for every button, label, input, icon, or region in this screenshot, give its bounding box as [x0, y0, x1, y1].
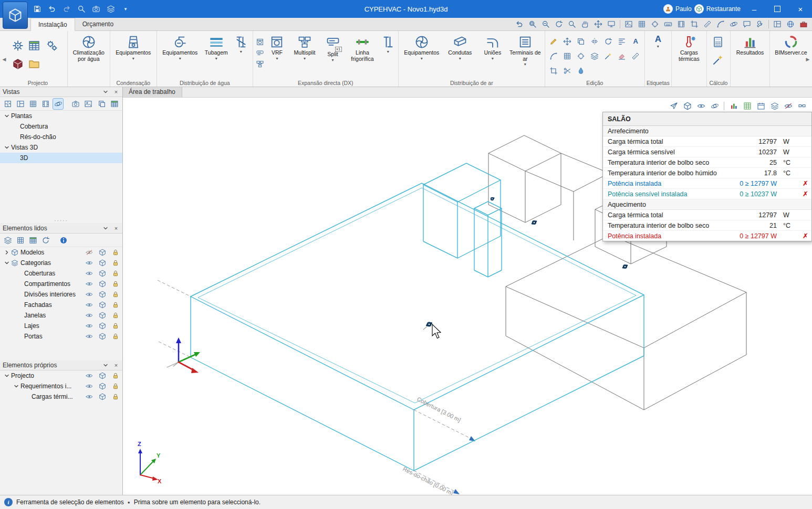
lock-toggle-icon[interactable] [112, 249, 119, 256]
edit-pencil-icon[interactable] [549, 37, 558, 46]
frame-icon[interactable] [622, 18, 635, 30]
expander-icon[interactable] [3, 260, 10, 266]
visibility-toggle-icon[interactable] [86, 301, 93, 309]
tree-item-janelas[interactable]: Janelas [0, 310, 122, 321]
previous-view-tab-icon[interactable] [96, 98, 108, 110]
panel-splitter[interactable]: ····· [0, 218, 122, 223]
isolate-toggle-icon[interactable] [99, 270, 106, 277]
linha-frigorifica-button[interactable]: Linha frigorífica [345, 32, 380, 62]
pan-icon[interactable] [579, 18, 591, 30]
animation-icon[interactable] [675, 18, 688, 30]
zoom-out-icon[interactable] [539, 18, 552, 30]
orbit-3d-icon[interactable] [709, 100, 721, 112]
undo-button[interactable] [45, 2, 59, 16]
align-icon[interactable] [617, 37, 627, 46]
collapse-ribbon-left[interactable]: ◀ [1, 54, 8, 65]
isolate-toggle-icon[interactable] [99, 249, 106, 256]
close-panel-icon[interactable]: × [112, 225, 120, 232]
general-settings-button[interactable] [11, 39, 25, 52]
lock-toggle-icon[interactable] [112, 372, 119, 379]
isolate-toggle-icon[interactable] [99, 333, 106, 340]
lock-toggle-icon[interactable] [112, 301, 119, 309]
expander-icon[interactable] [3, 249, 10, 256]
vrf-button[interactable]: VRF ▾ [266, 32, 288, 61]
trim-icon[interactable] [549, 66, 558, 76]
visibility-toggle-icon[interactable] [86, 280, 93, 288]
layers-view-icon[interactable] [768, 100, 780, 112]
isolamento-button[interactable]: ▾ [380, 32, 396, 54]
comment-icon[interactable] [741, 18, 753, 30]
collapse-panel-icon[interactable] [102, 362, 109, 369]
terminais-de-ar-button[interactable]: Terminais de ar ▾ [508, 32, 543, 67]
stereo-3d-icon[interactable] [796, 100, 808, 112]
current-3d-view-icon[interactable] [53, 98, 64, 110]
app-menu-button[interactable] [3, 2, 28, 29]
ar-equipamentos-button[interactable]: Equipamentos ▾ [401, 32, 443, 61]
zoom-window-icon[interactable] [526, 18, 539, 30]
snapshot-icon[interactable] [82, 98, 94, 110]
group-by-level-icon[interactable] [27, 235, 39, 246]
zoom-button[interactable] [75, 2, 88, 16]
tree-item-divisoes-interiores[interactable]: Divisões interiores [0, 289, 122, 300]
visibility-toggle-icon[interactable] [86, 322, 93, 330]
options-button[interactable] [45, 39, 59, 52]
camera-view-icon[interactable] [70, 98, 81, 110]
next-view-tab-icon[interactable] [109, 98, 120, 110]
previous-view-icon[interactable] [513, 18, 526, 30]
lock-toggle-icon[interactable] [112, 270, 119, 277]
group-elements-icon[interactable] [590, 51, 599, 61]
views-manager-icon[interactable] [755, 100, 767, 112]
duplicate-view-icon[interactable] [15, 98, 26, 110]
close-panel-icon[interactable]: × [112, 362, 120, 369]
tree-item-cargas-termicas[interactable]: Cargas térmi... [0, 391, 122, 402]
distribuidor-icon[interactable] [255, 59, 265, 69]
rotate-icon[interactable] [603, 37, 613, 46]
visibility-toggle-icon[interactable] [86, 259, 93, 267]
tab-orcamento[interactable]: Orçamento [75, 18, 121, 30]
tree-item-fachadas[interactable]: Fachadas [0, 300, 122, 310]
split-button[interactable]: x1 Split ▾ [321, 32, 345, 62]
group-by-model-icon[interactable] [2, 235, 14, 246]
tree-item-categorias[interactable]: Categorias [0, 258, 122, 268]
etiquetas-button[interactable]: A ▾ [647, 32, 669, 49]
visibility-toggle-icon[interactable] [86, 383, 93, 390]
project-name[interactable]: Restaurante [706, 5, 741, 13]
edit-text-icon[interactable]: A [633, 36, 639, 47]
coordinates-icon[interactable] [576, 51, 586, 61]
agua-equipamentos-button[interactable]: Equipamentos ▾ [159, 32, 201, 61]
lock-toggle-icon[interactable] [112, 333, 119, 340]
isolate-toggle-icon[interactable] [99, 259, 106, 267]
offset-icon[interactable] [549, 51, 558, 61]
visibility-toggle-icon[interactable] [86, 249, 93, 256]
customize-toolbar-caret[interactable]: ▾ [119, 2, 132, 16]
isolate-toggle-icon[interactable] [99, 383, 106, 390]
tab-instalacao[interactable]: Instalação [30, 18, 75, 31]
full-screen-icon[interactable] [605, 18, 618, 30]
layers-button[interactable] [104, 2, 118, 16]
lock-toggle-icon[interactable] [112, 383, 119, 390]
visibility-options-icon[interactable] [695, 100, 707, 112]
visibility-toggle-icon[interactable] [86, 333, 93, 340]
tree-item-requerimentos[interactable]: Requerimentos i... [0, 381, 122, 391]
user-avatar-icon[interactable] [663, 4, 673, 14]
bimserver-button[interactable]: BIMserver.ce [772, 32, 810, 57]
expander-icon[interactable] [3, 373, 10, 379]
group-by-category-icon[interactable] [15, 235, 26, 246]
tree-item-portas[interactable]: Portas [0, 331, 122, 342]
collapse-panel-icon[interactable] [102, 225, 109, 232]
climatizacao-por-agua-button[interactable]: Climatização por água [70, 32, 108, 62]
new-elevation-view-icon[interactable] [40, 98, 51, 110]
redo-button[interactable] [60, 2, 74, 16]
snap-icon[interactable] [649, 18, 661, 30]
lock-toggle-icon[interactable] [112, 312, 119, 319]
zoom-extents-icon[interactable] [566, 18, 578, 30]
maximize-button[interactable] [766, 0, 789, 18]
isolate-toggle-icon[interactable] [99, 291, 106, 298]
tree-item-projecto[interactable]: Projecto [0, 370, 122, 381]
colectores-button[interactable]: ▾ [232, 32, 251, 54]
orbit-icon[interactable] [727, 18, 740, 30]
crop-icon[interactable] [688, 18, 701, 30]
lock-toggle-icon[interactable] [112, 322, 119, 330]
visibility-toggle-icon[interactable] [86, 291, 93, 298]
matrix-icon[interactable] [563, 51, 572, 61]
